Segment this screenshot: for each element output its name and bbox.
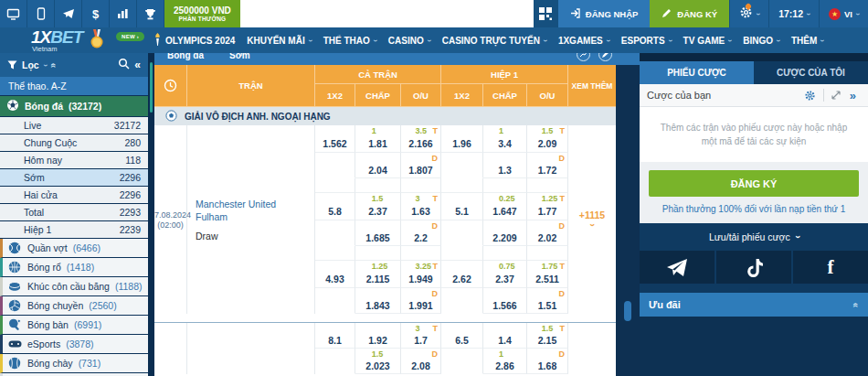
sidebar-item-sports-az[interactable]: Thể thao. A-Z bbox=[0, 77, 148, 96]
odds-cell[interactable]: 1.4 bbox=[483, 323, 527, 349]
desktop-icon[interactable] bbox=[0, 0, 27, 27]
odds-cell[interactable]: 2.209 bbox=[483, 220, 527, 246]
nav-item-the-thao[interactable]: THỂ THAO› bbox=[323, 36, 376, 46]
more-markets-button[interactable]: +1115› bbox=[568, 125, 616, 314]
collapse-panel-icon[interactable]: » bbox=[845, 90, 861, 102]
odds-cell[interactable]: D1.72 bbox=[527, 153, 568, 178]
odds-cell[interactable]: 12.86 bbox=[483, 349, 527, 374]
odds-cell[interactable]: D1.991 bbox=[401, 288, 441, 314]
nav-item-bingo[interactable]: BINGO› bbox=[743, 36, 779, 46]
odds-cell[interactable]: D1.68 bbox=[527, 349, 568, 374]
sidebar-item-bong-ban[interactable]: Bóng bàn(6991) bbox=[0, 316, 148, 335]
odds-cell[interactable]: 0.251.647 bbox=[483, 193, 527, 220]
odds-cell[interactable]: 1.252.115 bbox=[355, 261, 401, 288]
odds-cell[interactable]: 1.562 bbox=[315, 125, 355, 153]
odds-cell[interactable]: 13.4 bbox=[483, 125, 527, 153]
breadcrumb-item-bong-a[interactable]: Bóng đá bbox=[167, 53, 204, 65]
brand-logo[interactable]: 1XBET Vietnam NEW › bbox=[0, 27, 153, 53]
register-button[interactable]: ĐĂNG KÝ bbox=[650, 0, 729, 27]
odds-cell[interactable]: 4.93 bbox=[315, 261, 355, 288]
nav-item-1xgames[interactable]: 1XGAMES› bbox=[558, 36, 609, 46]
odds-cell[interactable]: 1.685 bbox=[355, 220, 401, 246]
odds-cell[interactable]: D2.02 bbox=[527, 220, 568, 246]
odds-cell[interactable]: 1.25T1.77 bbox=[527, 193, 568, 220]
odds-cell[interactable]: D2.2 bbox=[401, 220, 441, 246]
nav-item-tv-game[interactable]: TV GAME› bbox=[683, 36, 732, 46]
sidebar-item-khuc-con-cau-bang[interactable]: Khúc côn cầu băng(1188) bbox=[0, 277, 148, 296]
odds-cell[interactable]: 1.5T2.15 bbox=[527, 323, 568, 349]
sidebar-item-hiep-1[interactable]: Hiệp 12239 bbox=[0, 221, 148, 239]
tiktok-icon[interactable] bbox=[716, 251, 791, 284]
resize-icon[interactable] bbox=[827, 91, 845, 100]
sidebar-item-football[interactable]: Bóng đá (32172) bbox=[0, 96, 148, 117]
sidebar-item-live[interactable]: Live32172 bbox=[0, 117, 148, 134]
sidebar-item-bong-chuyen[interactable]: Bóng chuyền(2560) bbox=[0, 296, 148, 316]
first-deposit-bonus-text[interactable]: Phần thưởng 100% đối với lần nạp tiền th… bbox=[640, 201, 868, 223]
trophy-icon[interactable] bbox=[137, 0, 164, 27]
sidebar-item-esports[interactable]: eSports(3878) bbox=[0, 335, 148, 354]
betslip-settings-gear-icon[interactable] bbox=[799, 90, 820, 102]
tab-my-bets[interactable]: CƯỢC CỦA TÔI bbox=[754, 61, 868, 84]
nav-item-casino[interactable]: CASINO› bbox=[388, 36, 430, 46]
nav-item-esports[interactable]: ESPORTS› bbox=[621, 36, 672, 46]
telegram-icon[interactable] bbox=[55, 0, 82, 27]
sidebar-item-bong-chay[interactable]: Bóng chày(731) bbox=[0, 354, 148, 373]
league-header[interactable]: GIẢI VÔ ĐỊCH ANH. NGOẠI HẠNG bbox=[154, 107, 616, 125]
filter-icon[interactable] bbox=[7, 57, 17, 73]
odds-cell[interactable]: 8.1 bbox=[315, 323, 355, 349]
odds-cell[interactable]: 6.5 bbox=[441, 323, 483, 349]
odds-cell[interactable]: 3.5T2.166 bbox=[401, 125, 441, 153]
qr-code-icon[interactable] bbox=[534, 0, 558, 27]
language-selector[interactable]: ★ VI › bbox=[819, 0, 868, 27]
main-scrollbar-thumb[interactable] bbox=[624, 301, 631, 321]
odds-cell[interactable]: 1.75T2.511 bbox=[527, 261, 568, 288]
edit-circle-icon[interactable] bbox=[598, 53, 612, 61]
collapse-up-icon[interactable]: « bbox=[48, 62, 58, 68]
column-header-see-more[interactable]: XEM THÊM bbox=[568, 65, 616, 107]
team1-name[interactable]: Manchester United bbox=[196, 199, 314, 209]
odds-cell[interactable]: 3.25T1.949 bbox=[401, 261, 441, 288]
odds-cell[interactable]: 5.1 bbox=[441, 193, 483, 220]
save-load-betslip-link[interactable]: Lưu/tải phiếu cược › bbox=[640, 223, 868, 251]
search-icon[interactable] bbox=[118, 57, 130, 73]
odds-cell[interactable]: D2.08 bbox=[401, 349, 441, 374]
nav-item-them[interactable]: THÊM› bbox=[791, 36, 823, 46]
odds-cell[interactable]: D1.807 bbox=[401, 153, 441, 178]
time-display[interactable]: 17:12 › bbox=[768, 0, 819, 27]
settings-button[interactable]: › bbox=[729, 0, 768, 27]
odds-cell[interactable]: 3T1.63 bbox=[401, 193, 441, 220]
bonus-balance-badge[interactable]: 2500000 VND PHẦN THƯỞNG bbox=[164, 0, 240, 27]
dollar-icon[interactable]: $ bbox=[82, 0, 110, 27]
odds-cell[interactable]: 1.843 bbox=[355, 288, 401, 314]
sidebar-item-som[interactable]: Sớm2296 bbox=[0, 169, 148, 187]
stats-icon[interactable] bbox=[110, 0, 137, 27]
odds-cell[interactable]: 1.3 bbox=[483, 153, 527, 178]
odds-cell[interactable]: 1.566 bbox=[483, 288, 527, 314]
odds-cell[interactable]: 1.92 bbox=[355, 323, 401, 349]
breadcrumb-item-som[interactable]: Sớm bbox=[229, 53, 250, 65]
odds-cell[interactable]: 1.96 bbox=[441, 125, 483, 153]
betslip-register-button[interactable]: ĐĂNG KÝ bbox=[649, 170, 859, 197]
odds-cell[interactable]: 3T1.7 bbox=[401, 323, 441, 349]
login-button[interactable]: ĐĂNG NHẬP bbox=[558, 0, 651, 27]
odds-cell[interactable]: 1.5T2.09 bbox=[527, 125, 568, 153]
sidebar-item-hai-cua[interactable]: Hai cửa2296 bbox=[0, 187, 148, 204]
promotions-bar[interactable]: Ưu đãi « bbox=[640, 293, 868, 317]
nav-item-khuyen-mai[interactable]: KHUYẾN MÃI› bbox=[247, 36, 311, 46]
telegram-social-icon[interactable] bbox=[640, 251, 715, 284]
sidebar-item-bong-ro[interactable]: Bóng rổ(1418) bbox=[0, 258, 148, 277]
facebook-icon[interactable]: f bbox=[793, 251, 868, 284]
sidebar-item-total[interactable]: Total2293 bbox=[0, 204, 148, 221]
odds-cell[interactable]: 2.62 bbox=[441, 261, 483, 288]
sidebar-item-chung-cuoc[interactable]: Chung Cuộc280 bbox=[0, 134, 148, 152]
nav-item-casino-truc-tuyen[interactable]: CASINO TRỰC TUYẾN› bbox=[442, 36, 546, 46]
filter-label[interactable]: Lọc bbox=[22, 59, 39, 70]
odds-cell[interactable]: 1.52.37 bbox=[355, 193, 401, 220]
odds-cell[interactable]: 2.04 bbox=[355, 153, 401, 178]
mobile-icon[interactable] bbox=[27, 0, 55, 27]
tab-betslip[interactable]: PHIẾU CƯỢC bbox=[640, 61, 754, 84]
sidebar-item-quan-vot[interactable]: Quần vợt(6466) bbox=[0, 239, 148, 258]
odds-cell[interactable]: 5.8 bbox=[315, 193, 355, 220]
sidebar-scrollbar-thumb[interactable] bbox=[150, 62, 153, 113]
odds-cell[interactable]: 11.81 bbox=[355, 125, 401, 153]
